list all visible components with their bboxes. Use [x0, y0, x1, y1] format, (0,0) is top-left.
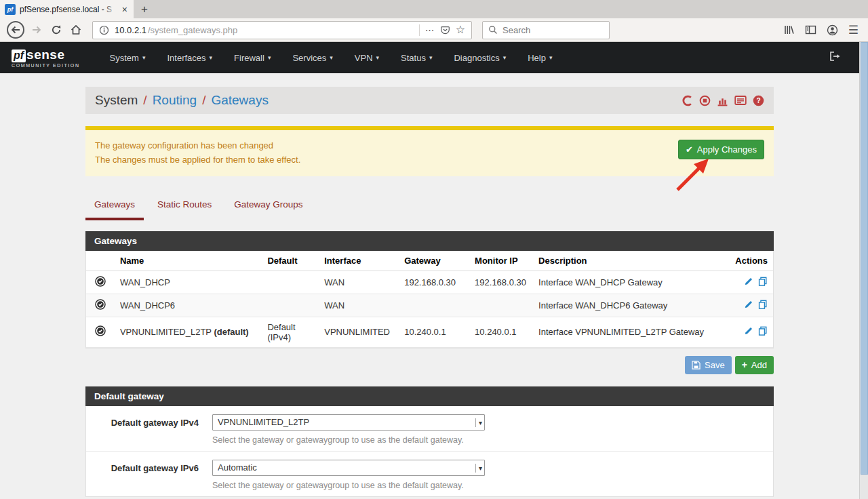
default-gateway-ipv6-select[interactable]: Automatic — [212, 460, 485, 476]
save-gateways-button[interactable]: Save — [685, 356, 732, 374]
page-title-panel: System / Routing / Gateways ? — [85, 87, 774, 114]
apply-changes-button[interactable]: ✔ Apply Changes — [678, 140, 764, 159]
edit-pencil-icon[interactable] — [744, 277, 753, 286]
cell-name: VPNUNLIMITED_L2TP (default) — [115, 317, 262, 347]
browser-content: pf sense COMMUNITY EDITION System▾ Inter… — [0, 42, 868, 499]
caret-down-icon: ▾ — [330, 54, 333, 61]
scrollbar-thumb[interactable] — [861, 42, 868, 475]
gateway-row-wan-dhcp: WAN_DHCP WAN 192.168.0.30 192.168.0.30 I… — [86, 271, 773, 294]
alert-line-1: The gateway configuration has been chang… — [95, 139, 764, 153]
menu-vpn[interactable]: VPN▾ — [344, 42, 390, 73]
table-action-buttons: Save + Add — [85, 356, 774, 374]
refresh-icon[interactable] — [682, 95, 693, 106]
cell-gateway: 10.240.0.1 — [399, 317, 469, 347]
breadcrumb: System / Routing / Gateways — [95, 93, 269, 108]
default-gateway-ipv6-label: Default gateway IPv6 — [107, 460, 199, 490]
menu-status[interactable]: Status▾ — [390, 42, 443, 73]
reload-icon — [51, 24, 62, 35]
pfsense-logo[interactable]: pf sense COMMUNITY EDITION — [12, 47, 80, 68]
main-menu: System▾ Interfaces▾ Firewall▾ Services▾ … — [99, 42, 564, 73]
title-icon-group: ? — [682, 95, 764, 106]
help-icon[interactable]: ? — [753, 95, 764, 106]
caret-down-icon: ▾ — [376, 54, 380, 61]
home-button[interactable] — [68, 22, 83, 37]
menu-help[interactable]: Help▾ — [517, 42, 563, 73]
logout-button[interactable] — [829, 51, 859, 64]
edit-pencil-icon[interactable] — [744, 326, 753, 336]
gateway-enabled-icon — [95, 299, 106, 310]
copy-icon[interactable] — [758, 300, 768, 309]
column-gateway: Gateway — [399, 251, 469, 271]
forward-arrow-icon — [32, 26, 41, 34]
question-glyph: ? — [756, 97, 760, 104]
gateway-enabled-icon — [95, 276, 106, 287]
breadcrumb-gateways-link[interactable]: Gateways — [211, 93, 268, 108]
default-gateway-ipv4-select[interactable]: VPNUNLIMITED_L2TP — [212, 414, 485, 431]
account-icon[interactable] — [827, 24, 838, 36]
gateway-row-wan-dhcp6: WAN_DHCP6 WAN Interface WAN_DHCP6 Gatewa… — [86, 294, 773, 317]
cell-interface: WAN — [319, 294, 399, 317]
check-icon: ✔ — [686, 144, 693, 155]
column-description: Description — [533, 251, 722, 271]
search-box[interactable]: Search — [482, 21, 610, 39]
default-gateway-ipv4-row: Default gateway IPv4 VPNUNLIMITED_L2TP S… — [86, 406, 773, 451]
url-bar[interactable]: 10.0.2.1/system_gateways.php ⋯ ☆ — [92, 21, 472, 39]
new-tab-button[interactable]: + — [134, 0, 155, 18]
back-button[interactable] — [7, 21, 24, 39]
gateway-row-vpnunlimited-l2tp: VPNUNLIMITED_L2TP (default) Default (IPv… — [86, 317, 773, 347]
breadcrumb-system: System — [95, 93, 138, 108]
stop-circle-icon[interactable] — [699, 95, 711, 106]
menu-services[interactable]: Services▾ — [281, 42, 343, 73]
toolbar-right-icons: ☰ — [783, 24, 861, 36]
cell-monitor-ip: 192.168.0.30 — [469, 271, 533, 294]
edit-pencil-icon[interactable] — [744, 300, 753, 309]
add-gateway-button[interactable]: + Add — [735, 356, 774, 374]
page: System / Routing / Gateways ? The gatewa… — [0, 87, 859, 499]
url-divider — [419, 24, 420, 36]
cell-monitor-ip — [469, 294, 533, 317]
sidebar-icon[interactable] — [805, 24, 816, 35]
alert-line-2: The changes must be applied for them to … — [95, 153, 764, 167]
bookmark-star-icon[interactable]: ☆ — [456, 24, 465, 35]
menu-firewall[interactable]: Firewall▾ — [223, 42, 281, 73]
menu-interfaces[interactable]: Interfaces▾ — [156, 42, 223, 73]
cell-default — [262, 294, 319, 317]
cell-monitor-ip: 10.240.0.1 — [469, 317, 533, 347]
cell-interface: VPNUNLIMITED — [319, 317, 399, 347]
caret-down-icon: ▾ — [142, 54, 146, 61]
cell-description: Interface WAN_DHCP Gateway — [533, 271, 722, 294]
logo-sense-text: sense — [26, 47, 64, 62]
url-host: 10.0.2.1 — [115, 25, 146, 35]
default-gateway-ipv4-help: Select the gateway or gatewaygroup to us… — [212, 435, 485, 445]
cell-name: WAN_DHCP — [115, 271, 262, 294]
site-info-icon[interactable] — [99, 25, 109, 35]
menu-diagnostics[interactable]: Diagnostics▾ — [443, 42, 517, 73]
breadcrumb-separator: / — [143, 93, 146, 108]
copy-icon[interactable] — [758, 277, 768, 286]
pocket-icon[interactable] — [440, 25, 450, 35]
tab-close-icon[interactable]: × — [121, 5, 129, 14]
breadcrumb-routing-link[interactable]: Routing — [153, 93, 197, 108]
search-icon — [488, 25, 498, 35]
column-status — [86, 251, 115, 271]
default-gateway-ipv4-label: Default gateway IPv4 — [107, 414, 199, 445]
cell-gateway: 192.168.0.30 — [399, 271, 469, 294]
library-icon[interactable] — [783, 24, 795, 35]
tab-static-routes[interactable]: Static Routes — [149, 194, 220, 220]
reload-button[interactable] — [49, 22, 64, 37]
menu-system[interactable]: System▾ — [99, 42, 157, 73]
tab-gateway-groups[interactable]: Gateway Groups — [225, 194, 311, 220]
page-actions-icon[interactable]: ⋯ — [425, 25, 435, 35]
forward-button[interactable] — [29, 22, 44, 37]
column-actions: Actions — [722, 251, 773, 271]
default-gateway-panel: Default gateway Default gateway IPv4 VPN… — [85, 386, 774, 497]
scrollbar[interactable] — [859, 42, 868, 499]
column-name: Name — [115, 251, 262, 271]
bar-chart-icon[interactable] — [717, 95, 728, 106]
log-list-icon[interactable] — [734, 95, 747, 106]
hamburger-menu-icon[interactable]: ☰ — [848, 24, 859, 36]
tab-gateways[interactable]: Gateways — [85, 194, 144, 220]
gateways-table: Name Default Interface Gateway Monitor I… — [86, 251, 773, 348]
copy-icon[interactable] — [758, 326, 768, 336]
browser-tab[interactable]: pf pfSense.pfsense.local - S × — [0, 0, 134, 18]
